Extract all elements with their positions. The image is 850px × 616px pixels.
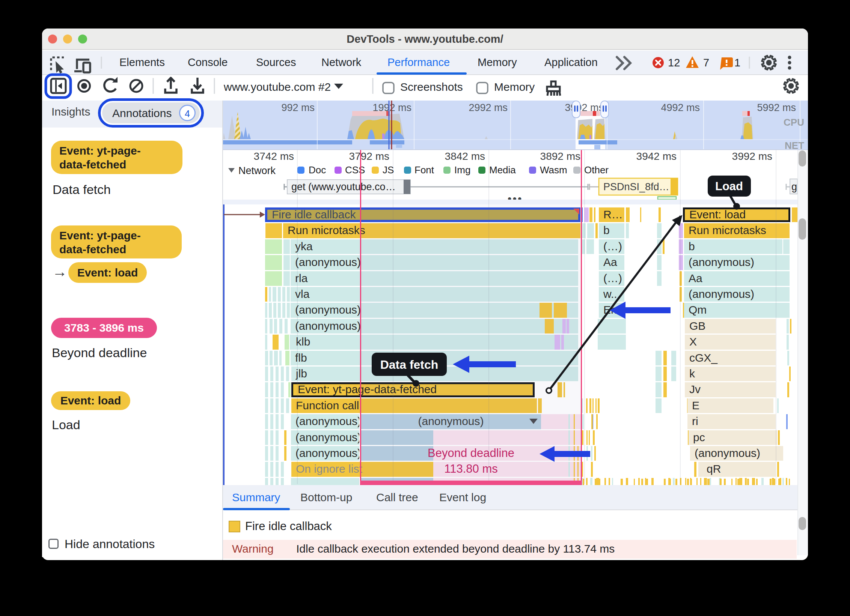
svg-text:Data fetch: Data fetch xyxy=(380,358,439,371)
svg-text:Load: Load xyxy=(715,180,743,193)
